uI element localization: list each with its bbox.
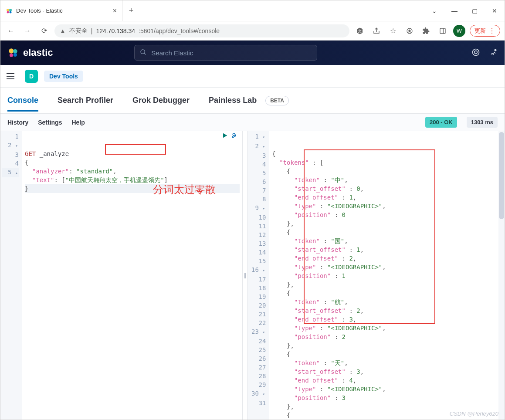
tab-grok-debugger[interactable]: Grok Debugger xyxy=(132,90,190,111)
request-pane[interactable]: 12 ▾345 ▴ GET _analyze{ "analyzer": "sta… xyxy=(0,131,242,420)
dropdown-icon[interactable]: ⌄ xyxy=(424,0,444,21)
svg-text:文: 文 xyxy=(358,29,362,33)
elastic-brand[interactable]: elastic xyxy=(7,47,53,58)
newsfeed-icon[interactable] xyxy=(489,48,498,58)
elastic-header: elastic xyxy=(0,41,505,65)
search-input[interactable] xyxy=(151,49,312,57)
watermark: CSDN @Perley620 xyxy=(450,410,498,417)
maximize-icon[interactable]: ▢ xyxy=(464,0,485,21)
close-icon[interactable]: × xyxy=(113,7,117,15)
console-toolbar: History Settings Help 200 - OK 1303 ms xyxy=(0,114,505,131)
back-icon[interactable]: ← xyxy=(5,25,17,37)
svg-point-14 xyxy=(472,49,479,55)
tab-console[interactable]: Console xyxy=(7,90,38,111)
search-icon xyxy=(140,49,147,57)
star-icon[interactable]: ☆ xyxy=(387,25,399,37)
address-bar[interactable]: ▲ 不安全 | 124.70.138.34:5601/app/dev_tools… xyxy=(54,24,349,37)
security-label: 不安全 xyxy=(69,27,88,35)
devtools-tabs: Console Search Profiler Grok Debugger Pa… xyxy=(0,88,505,114)
response-time: 1303 ms xyxy=(467,117,498,128)
global-search[interactable] xyxy=(134,45,317,61)
elastic-favicon-icon xyxy=(6,7,13,14)
svg-rect-6 xyxy=(440,28,445,34)
breadcrumb-bar: D Dev Tools xyxy=(0,65,505,88)
response-viewer[interactable]: { "tokens" : [ { "token" : "中", "start_o… xyxy=(269,131,505,420)
svg-point-12 xyxy=(141,50,145,54)
translate-icon[interactable]: 文 xyxy=(354,25,366,37)
panel-icon[interactable] xyxy=(437,25,449,37)
insecure-icon: ▲ xyxy=(60,27,66,34)
puzzle-icon[interactable] xyxy=(420,25,432,37)
beta-badge: BETA xyxy=(265,96,289,105)
history-link[interactable]: History xyxy=(7,119,28,126)
browser-toolbar: ← → ⟳ ▲ 不安全 | 124.70.138.34:5601/app/dev… xyxy=(0,21,505,41)
svg-point-8 xyxy=(9,48,14,53)
profile-avatar[interactable]: W xyxy=(453,25,465,37)
status-badge: 200 - OK xyxy=(425,117,457,128)
annotation-text: 分词太过零散 xyxy=(153,185,216,194)
scrollbar[interactable] xyxy=(498,131,505,420)
response-gutter: 1 ▾2 ▾3456789 ▾10111213141516 ▾171819202… xyxy=(247,131,269,420)
editor-area: 12 ▾345 ▴ GET _analyze{ "analyzer": "sta… xyxy=(0,131,505,420)
separator: | xyxy=(91,27,93,34)
svg-point-2 xyxy=(7,11,9,13)
svg-point-9 xyxy=(13,49,17,54)
elastic-logo-icon xyxy=(7,47,19,58)
space-badge[interactable]: D xyxy=(25,70,38,83)
browser-titlebar: Dev Tools - Elastic × + ⌄ — ▢ ✕ xyxy=(0,0,505,21)
tab-title: Dev Tools - Elastic xyxy=(16,7,109,14)
tab-painless-lab[interactable]: Painless Lab xyxy=(209,90,257,111)
settings-link[interactable]: Settings xyxy=(38,119,62,126)
help-link[interactable]: Help xyxy=(71,119,85,126)
svg-point-3 xyxy=(10,11,12,13)
reload-icon[interactable]: ⟳ xyxy=(38,25,50,37)
svg-point-10 xyxy=(10,54,13,57)
svg-point-11 xyxy=(14,53,17,57)
minimize-icon[interactable]: — xyxy=(444,0,464,21)
help-icon[interactable] xyxy=(471,48,480,58)
window-close-icon[interactable]: ✕ xyxy=(485,0,505,21)
request-editor[interactable]: GET _analyze{ "analyzer": "standard", "t… xyxy=(22,131,242,420)
url-host: 124.70.138.34 xyxy=(96,27,136,34)
svg-line-13 xyxy=(144,53,146,54)
brand-text: elastic xyxy=(23,47,53,58)
response-pane[interactable]: 1 ▾2 ▾3456789 ▾10111213141516 ▾171819202… xyxy=(247,131,505,420)
play-icon[interactable] xyxy=(221,132,228,141)
new-tab-button[interactable]: + xyxy=(122,0,140,21)
browser-tab[interactable]: Dev Tools - Elastic × xyxy=(0,0,122,21)
wrench-icon[interactable] xyxy=(231,132,238,141)
request-gutter: 12 ▾345 ▴ xyxy=(0,131,22,420)
svg-point-1 xyxy=(9,9,12,11)
url-path: :5601/app/dev_tools#/console xyxy=(139,27,220,34)
share-icon[interactable] xyxy=(370,25,383,37)
svg-point-16 xyxy=(495,49,496,51)
breadcrumb-devtools[interactable]: Dev Tools xyxy=(44,71,83,82)
update-button[interactable]: 更新⋮ xyxy=(470,25,500,37)
extension-icon[interactable] xyxy=(403,25,416,37)
pane-divider[interactable]: || xyxy=(242,131,247,420)
svg-point-15 xyxy=(474,51,478,54)
menu-icon[interactable] xyxy=(7,70,19,82)
forward-icon: → xyxy=(21,25,34,37)
tab-search-profiler[interactable]: Search Profiler xyxy=(58,90,113,111)
scrollbar-thumb[interactable] xyxy=(499,132,504,219)
svg-point-0 xyxy=(7,9,9,11)
